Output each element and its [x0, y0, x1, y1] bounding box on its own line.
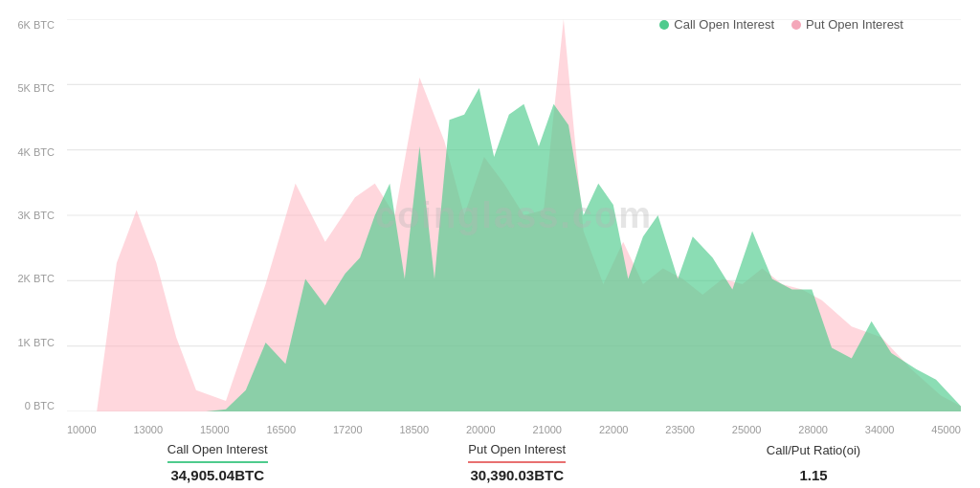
y-label-4k: 4K BTC — [17, 146, 55, 158]
x-label-34000: 34000 — [865, 424, 895, 435]
x-label-16500: 16500 — [266, 424, 296, 435]
x-label-13000: 13000 — [133, 424, 163, 435]
x-label-28000: 28000 — [798, 424, 828, 435]
legend-put: Put Open Interest — [791, 17, 903, 32]
put-oi-label: Put Open Interest — [468, 442, 566, 456]
x-label-17200: 17200 — [333, 424, 363, 435]
y-label-0: 0 BTC — [25, 400, 55, 411]
x-label-20000: 20000 — [466, 424, 496, 435]
legend-call: Call Open Interest — [659, 17, 774, 32]
x-label-23500: 23500 — [665, 424, 695, 435]
put-underline — [468, 461, 566, 463]
x-label-18500: 18500 — [399, 424, 429, 435]
y-label-6k: 6K BTC — [17, 19, 55, 31]
call-oi-value: 34,905.04BTC — [170, 467, 264, 483]
stat-ratio: Call/Put Ratio(oi) 1.15 — [767, 443, 860, 483]
x-label-21000: 21000 — [532, 424, 562, 435]
y-label-2k: 2K BTC — [17, 273, 55, 284]
call-area — [67, 88, 961, 411]
stat-call-oi: Call Open Interest 34,905.04BTC — [167, 442, 268, 483]
legend: Call Open Interest Put Open Interest — [659, 17, 903, 32]
put-legend-label: Put Open Interest — [806, 17, 903, 32]
put-legend-dot — [791, 20, 801, 30]
x-label-22000: 22000 — [599, 424, 629, 435]
x-label-15000: 15000 — [200, 424, 230, 435]
ratio-value: 1.15 — [799, 467, 827, 483]
y-label-5k: 5K BTC — [17, 82, 55, 94]
stats-row: Call Open Interest 34,905.04BTC Put Open… — [67, 442, 961, 483]
chart-area: coinglass.com — [67, 19, 961, 411]
call-oi-label: Call Open Interest — [167, 442, 268, 456]
call-underline — [167, 461, 268, 463]
y-label-3k: 3K BTC — [17, 210, 55, 221]
call-legend-label: Call Open Interest — [674, 17, 774, 32]
chart-svg — [67, 19, 961, 411]
y-label-1k: 1K BTC — [17, 337, 55, 348]
chart-container: 6K BTC 5K BTC 4K BTC 3K BTC 2K BTC 1K BT… — [0, 0, 980, 488]
ratio-label: Call/Put Ratio(oi) — [767, 443, 860, 457]
x-axis: 10000 13000 15000 16500 17200 18500 2000… — [67, 424, 961, 435]
put-oi-value: 30,390.03BTC — [470, 467, 564, 483]
call-legend-dot — [659, 20, 669, 30]
x-label-25000: 25000 — [732, 424, 762, 435]
y-axis: 6K BTC 5K BTC 4K BTC 3K BTC 2K BTC 1K BT… — [0, 19, 62, 411]
x-label-10000: 10000 — [67, 424, 97, 435]
stat-put-oi: Put Open Interest 30,390.03BTC — [468, 442, 566, 483]
x-label-45000: 45000 — [931, 424, 961, 435]
